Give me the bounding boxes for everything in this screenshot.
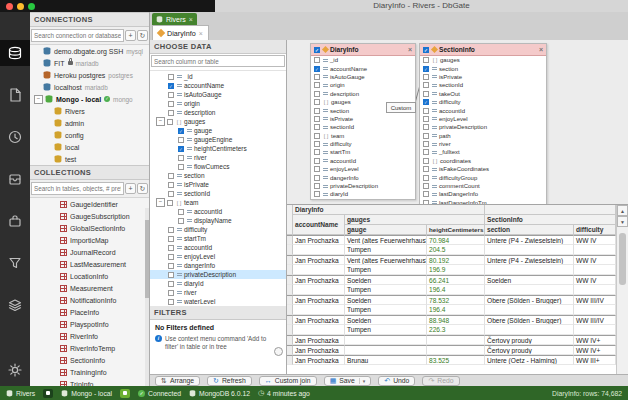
field-dangerinfo[interactable]: dangerInfo [311, 173, 415, 181]
table-row[interactable]: Jan ProchazkaBrunau83.525Untere (Oetz - … [287, 355, 616, 365]
field-difficulty[interactable]: ✓difficulty [420, 98, 546, 106]
checkbox[interactable] [423, 91, 429, 97]
field-privatedescription[interactable]: privateDescription [311, 182, 415, 190]
checkbox[interactable]: ✓ [423, 66, 429, 72]
history-icon[interactable] [0, 124, 30, 150]
column-search-input[interactable] [151, 55, 285, 67]
field-isprivate[interactable]: isPrivate [311, 115, 415, 123]
checkbox[interactable] [168, 281, 174, 287]
connection-item-mongo-local[interactable]: −Mongo - local✓mongo [30, 93, 149, 105]
field-sectionid[interactable]: sectionId [420, 81, 546, 89]
tree-item-starttm[interactable]: startTm [150, 234, 286, 243]
checkbox[interactable] [423, 175, 429, 181]
add-collection-button[interactable]: + [125, 183, 136, 194]
expander-icon[interactable]: − [34, 95, 43, 104]
cell-gauge[interactable]: Soelden [345, 275, 427, 285]
collection-item-journalrecord[interactable]: JournalRecord [30, 246, 149, 258]
table-row[interactable]: Jan ProchazkaČertovy proudyWW IV+ [287, 335, 616, 345]
field-lastdangerinfo[interactable]: lastDangerInfo [420, 190, 546, 198]
connection-item-demo-dbgate-org-ssh[interactable]: demo.dbgate.org SSHmysql [30, 45, 149, 57]
cell-heightcentimeters[interactable]: 196.4 [427, 305, 485, 315]
window-close-button[interactable] [6, 3, 13, 10]
column-header-difficulty[interactable]: difficulty [574, 225, 616, 235]
cell-gauge[interactable]: Soelden [345, 295, 427, 305]
field-sectionid[interactable]: sectionId [311, 123, 415, 131]
connections-search-input[interactable] [31, 29, 124, 42]
undo-button[interactable]: ↶Undo [378, 376, 415, 386]
checkbox[interactable] [314, 175, 320, 181]
cell-accountname[interactable]: Jan Prochazka [293, 315, 345, 325]
tree-item-gaugeengine[interactable]: gaugeEngine [150, 135, 286, 144]
cell-accountname[interactable]: Jan Prochazka [293, 275, 345, 285]
cell-section[interactable] [485, 245, 574, 255]
cell-section[interactable] [485, 325, 574, 335]
field-origin[interactable]: origin [311, 81, 415, 89]
scroll-up-icon[interactable]: ▲ [617, 205, 628, 216]
cell-gauge[interactable]: Tumpen [345, 305, 427, 315]
close-icon[interactable]: × [199, 30, 203, 37]
checkbox[interactable] [168, 263, 174, 269]
cell-accountname[interactable]: Jan Prochazka [293, 335, 345, 345]
cell-gauge[interactable] [345, 335, 427, 345]
checkbox[interactable] [314, 183, 320, 189]
cell-gauge[interactable]: Brunau [345, 355, 427, 365]
cell-section[interactable]: Untere (P4 - Zwieselstein) [485, 255, 574, 265]
close-icon[interactable]: × [539, 46, 543, 53]
field-diaryid[interactable]: diaryId [311, 190, 415, 198]
field-section[interactable]: ✓section [420, 64, 546, 72]
expander-icon[interactable]: − [156, 117, 165, 126]
checkbox[interactable] [314, 91, 320, 97]
checkbox[interactable]: ✓ [423, 99, 429, 105]
tree-item-isautogauge[interactable]: isAutoGauge [150, 90, 286, 99]
cell-difficulty[interactable]: WW III/IV [574, 295, 616, 305]
checkbox[interactable] [168, 101, 174, 107]
database-color-badge[interactable] [120, 389, 130, 398]
checkbox[interactable]: ✓ [168, 83, 174, 89]
field-id[interactable]: _id [311, 56, 415, 64]
field-enjoylevel[interactable]: enjoyLevel [420, 115, 546, 123]
cell-accountname[interactable]: Jan Prochazka [293, 255, 345, 265]
cell-accountname[interactable] [293, 305, 345, 315]
field-accountid[interactable]: accountId [420, 106, 546, 114]
cell-gauge[interactable]: Tumpen [345, 265, 427, 275]
cell-accountname[interactable]: Jan Prochazka [293, 295, 345, 305]
checkbox[interactable] [168, 173, 174, 179]
table-row[interactable]: Tumpen196.4 [287, 285, 616, 295]
checkbox[interactable] [314, 124, 320, 130]
tree-item-dangerinfo[interactable]: dangerInfo [150, 261, 286, 270]
cell-gauge[interactable]: Soelden [345, 315, 427, 325]
statusbar-database[interactable]: Rivers [6, 390, 35, 397]
cell-heightcentimeters[interactable]: 204.5 [427, 245, 485, 255]
add-connection-button[interactable]: + [125, 30, 136, 41]
tree-item-gauge[interactable]: ✓gauge [150, 126, 286, 135]
tree-item-team[interactable]: −[]team [150, 198, 286, 207]
checkbox[interactable] [314, 133, 320, 139]
cell-heightcentimeters[interactable]: 88.948 [427, 315, 485, 325]
table-row[interactable]: Jan ProchazkaVent (altes Feuerwehrhaus)7… [287, 235, 616, 245]
cell-section[interactable] [485, 265, 574, 275]
table-row[interactable]: Tumpen196.9 [287, 265, 616, 275]
collection-item-globalsectioninfo[interactable]: GlobalSectionInfo [30, 222, 149, 234]
checkbox[interactable]: ✓ [314, 47, 320, 53]
gear-icon[interactable] [0, 362, 30, 378]
checkbox[interactable] [168, 110, 174, 116]
briefcase-icon[interactable] [0, 208, 30, 234]
collection-item-tripinfo[interactable]: TripInfo [30, 378, 149, 386]
cell-difficulty[interactable]: WW III+ [574, 355, 616, 365]
scroll-down-icon[interactable]: ▼ [617, 216, 628, 227]
tree-item-heightcentimeters[interactable]: ✓heightCentimeters [150, 144, 286, 153]
results-grid[interactable]: DiaryInfo accountName gauges SectionInfo… [287, 205, 616, 374]
cell-gauge[interactable]: Tumpen [345, 245, 427, 255]
cell-accountname[interactable]: Jan Prochazka [293, 355, 345, 365]
checkbox[interactable] [314, 57, 320, 63]
cell-heightcentimeters[interactable]: 70.984 [427, 235, 485, 245]
checkbox[interactable] [423, 191, 429, 197]
cell-section[interactable] [485, 285, 574, 295]
tree-item-accountname[interactable]: ✓accountName [150, 81, 286, 90]
connection-item-heroku-postgres[interactable]: Heroku postgrespostgres [30, 69, 149, 81]
field-difficultygroup[interactable]: difficultyGroup [420, 173, 546, 181]
expander-icon[interactable]: − [156, 198, 165, 207]
checkbox[interactable] [423, 166, 429, 172]
field-path[interactable]: path [420, 132, 546, 140]
cell-heightcentimeters[interactable]: 78.532 [427, 295, 485, 305]
